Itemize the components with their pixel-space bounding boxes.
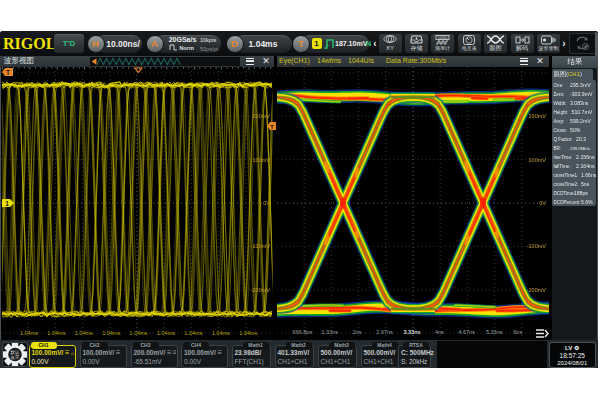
svg-text:设置: 设置 [10,355,19,360]
svg-text:1: 1 [5,200,9,207]
svg-text:T: T [6,69,10,76]
svg-text:T: T [270,124,274,130]
